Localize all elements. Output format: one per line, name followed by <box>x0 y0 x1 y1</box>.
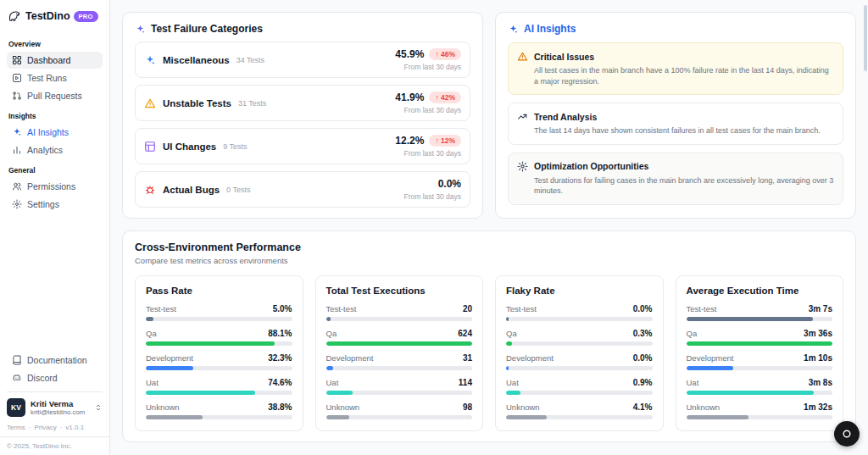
progress-track <box>326 391 473 395</box>
metric-row-uat: Uat74.6% <box>146 378 292 395</box>
progress-track <box>146 391 292 395</box>
progress-fill <box>326 366 334 370</box>
sparkles-icon <box>508 24 519 35</box>
metric-row-development: Development31 <box>326 353 473 370</box>
help-button[interactable] <box>834 421 860 447</box>
sidebar-item-label: Analytics <box>27 145 63 155</box>
metric-row-development: Development32.3% <box>146 353 292 370</box>
change-badge: ↑ 46% <box>429 48 461 60</box>
env-value: 0.3% <box>633 329 653 338</box>
panel-title: Flaky Rate <box>506 286 653 296</box>
progress-track <box>506 415 653 419</box>
env-label: Uat <box>146 378 159 387</box>
sidebar-item-label: Test Runs <box>27 73 67 83</box>
sidebar-item-ai-insights[interactable]: AI Insights <box>7 124 103 141</box>
failure-category-row-unstable-tests: Unstable Tests 31 Tests 41.9% ↑ 42% From… <box>135 85 470 121</box>
env-label: Unknown <box>326 402 360 412</box>
terms-link[interactable]: Terms <box>7 424 25 431</box>
sidebar-item-label: Pull Requests <box>27 91 82 101</box>
category-percentage: 41.9% <box>395 92 424 103</box>
progress-track <box>506 317 653 321</box>
env-label: Test-test <box>506 304 537 314</box>
env-value: 4.1% <box>633 402 653 412</box>
env-label: Development <box>687 353 734 363</box>
progress-track <box>687 415 833 419</box>
sidebar: TestDino PRO Overview Dashboard Test Run… <box>0 0 110 455</box>
sidebar-item-label: Settings <box>27 199 59 209</box>
progress-track <box>506 391 653 395</box>
progress-fill <box>687 415 748 419</box>
pro-badge: PRO <box>74 11 98 22</box>
progress-fill <box>506 317 509 321</box>
progress-fill <box>326 415 349 419</box>
env-label: Development <box>326 353 374 363</box>
env-label: Uat <box>326 378 339 387</box>
sidebar-item-dashboard[interactable]: Dashboard <box>7 52 103 69</box>
env-label: Development <box>506 353 554 363</box>
progress-fill <box>146 391 255 395</box>
category-label: Actual Bugs <box>163 185 220 195</box>
app-name: TestDino <box>25 10 70 22</box>
change-badge: ↑ 42% <box>429 92 461 103</box>
sidebar-item-settings[interactable]: Settings <box>7 196 103 213</box>
sidebar-item-discord[interactable]: Discord <box>7 369 103 386</box>
sidebar-item-label: Documentation <box>27 355 87 365</box>
env-value: 3m 8s <box>809 378 832 387</box>
category-test-count: 34 Tests <box>236 56 264 64</box>
progress-fill <box>326 341 473 346</box>
progress-track <box>687 366 833 370</box>
section-label-general: General <box>8 166 101 175</box>
category-test-count: 0 Tests <box>226 186 250 194</box>
copyright: © 2025, TestDino Inc. <box>0 436 109 455</box>
metric-row-qa: Qa88.1% <box>146 329 292 346</box>
avatar: KV <box>7 398 25 417</box>
sidebar-item-analytics[interactable]: Analytics <box>7 141 103 158</box>
progress-track <box>506 366 653 370</box>
env-label: Qa <box>326 329 337 338</box>
progress-track <box>326 317 473 321</box>
flaky-rate-panel: Flaky Rate Test-test0.0% Qa0.3% Developm… <box>495 275 664 431</box>
category-period: From last 30 days <box>403 192 461 201</box>
env-value: 98 <box>463 402 472 412</box>
app-logo[interactable]: TestDino PRO <box>7 7 103 32</box>
sidebar-item-label: Discord <box>27 373 58 383</box>
category-label: UI Changes <box>163 141 216 152</box>
user-name: Kriti Verma <box>31 399 85 408</box>
env-value: 114 <box>459 378 472 387</box>
metric-row-uat: Uat0.9% <box>506 378 653 395</box>
metric-row-development: Development1m 10s <box>687 353 833 370</box>
progress-fill <box>506 391 520 395</box>
insight-title: Critical Issues <box>534 52 594 62</box>
metric-row-test-test: Test-test20 <box>326 304 473 321</box>
user-menu[interactable]: KV Kriti Verma kriti@testdino.com <box>7 391 103 423</box>
card-title: Cross-Environment Performance <box>135 241 843 253</box>
progress-track <box>146 317 292 321</box>
privacy-link[interactable]: Privacy <box>34 424 56 431</box>
card-title: Test Failure Categories <box>151 23 263 35</box>
progress-fill <box>146 317 153 321</box>
pass-rate-panel: Pass Rate Test-test5.0% Qa88.1% Developm… <box>135 275 303 431</box>
category-percentage: 45.9% <box>395 48 424 60</box>
sidebar-item-test-runs[interactable]: Test Runs <box>7 69 103 86</box>
main-content: Test Failure Categories Miscellaneous 34… <box>110 0 868 455</box>
progress-track <box>146 415 292 419</box>
scrollbar-thumb[interactable] <box>864 5 867 71</box>
env-label: Uat <box>687 378 699 387</box>
sidebar-item-documentation[interactable]: Documentation <box>7 352 103 369</box>
env-value: 624 <box>458 329 472 338</box>
env-value: 5.0% <box>273 304 292 314</box>
progress-track <box>687 341 833 346</box>
metric-row-qa: Qa3m 36s <box>687 329 833 346</box>
sidebar-item-pull-requests[interactable]: Pull Requests <box>7 87 103 104</box>
env-label: Unknown <box>506 402 540 412</box>
progress-fill <box>506 341 512 346</box>
progress-track <box>326 366 473 370</box>
progress-track <box>146 366 292 370</box>
failure-category-row-ui-changes: UI Changes 9 Tests 12.2% ↑ 12% From last… <box>135 128 470 164</box>
progress-fill <box>146 341 275 346</box>
sidebar-item-label: Dashboard <box>27 55 70 65</box>
progress-fill <box>326 391 353 395</box>
sidebar-item-permissions[interactable]: Permissions <box>7 178 103 195</box>
progress-track <box>326 341 473 346</box>
metric-row-uat: Uat3m 8s <box>687 378 833 395</box>
